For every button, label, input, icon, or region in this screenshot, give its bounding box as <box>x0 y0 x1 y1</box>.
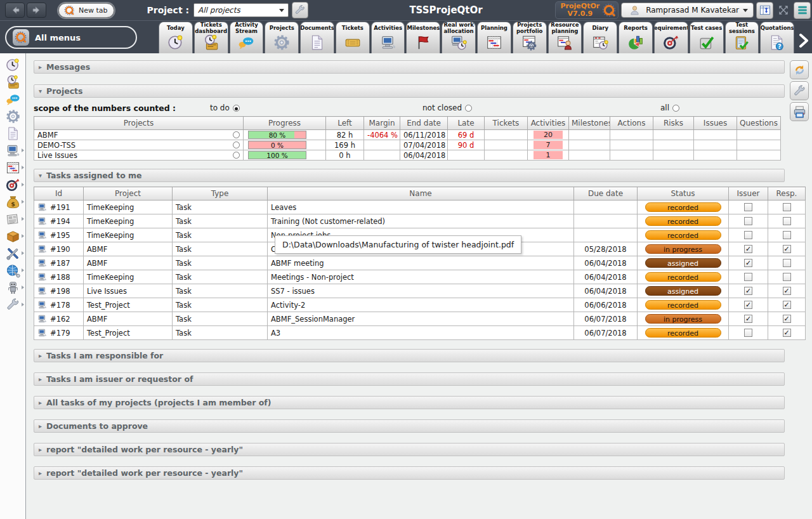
issuer-checkbox[interactable] <box>744 231 752 239</box>
task-row[interactable]: #162ABMFTaskABMF_SessionManager06/07/201… <box>34 312 806 326</box>
issuer-checkbox[interactable] <box>744 217 752 225</box>
expand-rows-button[interactable] <box>756 2 773 19</box>
task-row[interactable]: #178Test_ProjectTaskActivity-206/06/2018… <box>34 298 806 312</box>
col-header-end-date[interactable]: End date <box>400 117 448 130</box>
sidebar-item-gantt[interactable] <box>0 159 25 176</box>
section-report-detailed-work-per-resource-yearly-1[interactable]: ▸report "detailed work per resource - ye… <box>34 443 785 456</box>
task-row[interactable]: #188TimeKeepingTaskMeetings - Non-projec… <box>34 270 806 284</box>
issuer-checkbox[interactable]: ✓ <box>744 301 752 309</box>
menu-tab-tickets-dashboard[interactable]: Tickets dashboard <box>194 22 228 53</box>
project-row[interactable]: ABMF80 %82 h-4064 %06/11/201869 d20 <box>34 130 781 140</box>
project-select-radio[interactable] <box>233 141 240 148</box>
menu-tab-activities[interactable]: Activities <box>371 22 405 53</box>
resp-checkbox[interactable] <box>783 273 791 281</box>
menu-tab-projects-portfolio[interactable]: Projects portfolio <box>513 22 547 53</box>
sidebar-item-tools[interactable] <box>0 245 25 262</box>
issuer-checkbox[interactable] <box>744 203 752 211</box>
section-documents-to-approve[interactable]: ▸Documents to approve <box>34 419 785 433</box>
task-row[interactable]: #191TimeKeepingTaskLeavesrecorded <box>34 200 806 214</box>
project-row[interactable]: Live Issues100 %0 h06/04/20181 <box>34 150 781 161</box>
col-header-issues[interactable]: Issues <box>694 117 737 130</box>
col-header-due-date[interactable]: Due date <box>574 187 638 200</box>
issuer-checkbox[interactable]: ✓ <box>744 259 752 267</box>
refresh-button[interactable] <box>790 60 809 79</box>
back-button[interactable] <box>5 3 25 18</box>
sidebar-item-target[interactable] <box>0 176 25 194</box>
col-header-progress[interactable]: Progress <box>244 117 326 130</box>
menu-tab-activity-stream[interactable]: Activity Stream <box>230 22 264 53</box>
col-header-issuer[interactable]: Issuer <box>729 187 768 200</box>
project-select-radio[interactable] <box>233 152 240 159</box>
col-header-tickets[interactable]: Tickets <box>485 117 528 130</box>
sidebar-item-box[interactable] <box>0 228 25 245</box>
sidebar-item-newspaper[interactable] <box>0 211 25 228</box>
user-selector[interactable]: Ramprasad M Kavatekar <box>621 3 754 18</box>
col-header-resp[interactable]: Resp. <box>768 187 806 200</box>
section-tasks-i-am-issuer-or-requestor-of[interactable]: ▸Tasks I am issuer or requestor of <box>34 372 785 386</box>
col-header-project[interactable]: Project <box>84 187 173 200</box>
col-header-actions[interactable]: Actions <box>610 117 653 130</box>
section-projects[interactable]: ▾ Projects <box>34 84 785 98</box>
chevron-right-icon[interactable] <box>796 32 811 49</box>
col-header-risks[interactable]: Risks <box>653 117 694 130</box>
resp-checkbox[interactable]: ✓ <box>783 245 791 253</box>
sidebar-item-clock[interactable] <box>0 56 25 74</box>
sidebar-item-doc[interactable] <box>0 125 25 142</box>
task-row[interactable]: #198Live IssuesTaskSS7 - issues06/04/201… <box>34 284 806 298</box>
col-header-left[interactable]: Left <box>326 117 364 130</box>
menu-tab-real-work-allocation[interactable]: Real work allocation <box>442 22 476 53</box>
issuer-checkbox[interactable]: ✓ <box>744 315 752 323</box>
scope-radio-to-do[interactable] <box>233 105 240 112</box>
sidebar-item-chat[interactable] <box>0 91 25 108</box>
resize-arrows-icon[interactable] <box>776 4 791 16</box>
menu-tab-test-cases[interactable]: Test cases <box>690 22 724 53</box>
menu-tab-projects[interactable]: Projects <box>265 22 299 53</box>
col-header-activities[interactable]: Activities <box>528 117 569 130</box>
menu-tab-documents[interactable]: Documents <box>300 22 334 53</box>
task-row[interactable]: #187ABMFTaskABMF meeting06/04/2018assign… <box>34 256 806 270</box>
menu-tab-quotations[interactable]: Quotations? <box>760 22 794 53</box>
sidebar-item-wrench[interactable] <box>0 296 25 313</box>
task-row[interactable]: #179Test_ProjectTaskA306/07/2018recorded… <box>34 326 806 340</box>
menu-tab-diary[interactable]: Diary <box>583 22 617 53</box>
col-header-projects[interactable]: Projects <box>34 117 244 130</box>
menu-lines-button[interactable] <box>794 2 811 19</box>
col-header-margin[interactable]: Margin <box>364 117 400 130</box>
resp-checkbox[interactable]: ✓ <box>783 301 791 309</box>
issuer-checkbox[interactable] <box>744 273 752 281</box>
section-report-detailed-work-per-resource-yearly-2[interactable]: ▸report "detailed work per resource - ye… <box>34 466 785 480</box>
issuer-checkbox[interactable]: ✓ <box>744 245 752 253</box>
resp-checkbox[interactable] <box>783 259 791 267</box>
project-row[interactable]: DEMO-TSS0 %169 h07/04/201890 d7 <box>34 140 781 150</box>
section-messages[interactable]: ▸ Messages <box>34 60 785 74</box>
project-edit-button[interactable] <box>292 2 308 18</box>
col-header-type[interactable]: Type <box>173 187 268 200</box>
scope-radio-all[interactable] <box>672 105 679 112</box>
project-select-radio[interactable] <box>233 131 240 138</box>
menu-tab-test-sessions[interactable]: Test sessions <box>725 22 759 53</box>
col-header-late[interactable]: Late <box>448 117 485 130</box>
resp-checkbox[interactable]: ✓ <box>783 329 791 337</box>
new-tab-button[interactable]: New tab <box>58 3 114 18</box>
resp-checkbox[interactable]: ✓ <box>783 315 791 323</box>
resp-checkbox[interactable] <box>783 203 791 211</box>
col-header-questions[interactable]: Questions <box>737 117 781 130</box>
forward-button[interactable] <box>27 3 46 18</box>
sidebar-item-robot[interactable] <box>0 279 25 296</box>
customize-button[interactable] <box>790 81 809 100</box>
sidebar-item-moneybag[interactable]: $ <box>0 194 25 211</box>
issuer-checkbox[interactable] <box>744 329 752 337</box>
project-selector[interactable]: All projects <box>193 3 289 17</box>
menu-tab-milestones[interactable]: Milestones <box>406 22 440 53</box>
menu-tab-resource-planning[interactable]: Resource planning <box>548 22 582 53</box>
col-header-milestones[interactable]: Milestones <box>569 117 610 130</box>
menu-tab-planning[interactable]: Planning <box>477 22 511 53</box>
print-button[interactable] <box>790 102 809 121</box>
resp-checkbox[interactable]: ✓ <box>783 287 791 295</box>
col-header-id[interactable]: Id <box>34 187 84 200</box>
menu-tab-reports[interactable]: Reports <box>619 22 653 53</box>
menu-tab-tickets[interactable]: Tickets <box>336 22 370 53</box>
menu-tab-today[interactable]: Today <box>159 22 193 53</box>
section-all-tasks-of-my-projects-projects-i-am-member-of[interactable]: ▸All tasks of my projects (projects I am… <box>34 396 785 409</box>
sidebar-item-computer[interactable] <box>0 142 25 159</box>
